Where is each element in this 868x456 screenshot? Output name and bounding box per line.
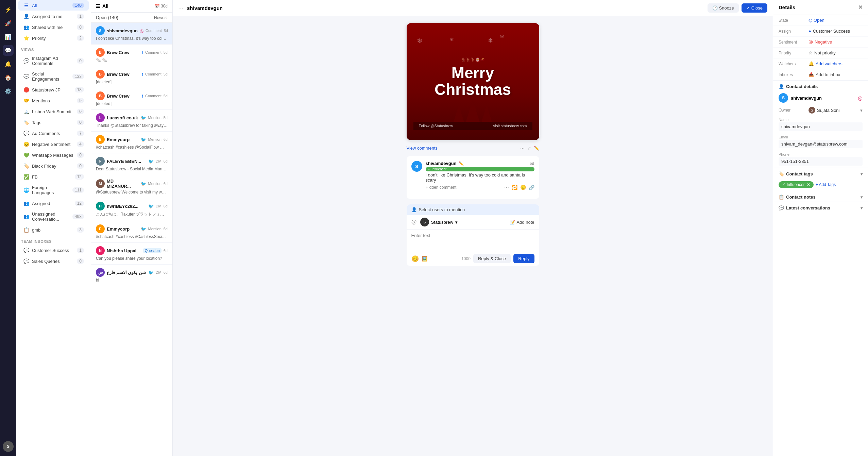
sidebar-item-ad-comments[interactable]: 💬 Ad Comments 7 bbox=[18, 128, 89, 138]
sidebar-item-lisbon[interactable]: 🏔️ Lisbon Web Summit 0 bbox=[18, 106, 89, 117]
details-sentiment-row: Sentiment ☹ Negative bbox=[773, 37, 868, 48]
user-avatar[interactable]: S bbox=[3, 441, 14, 452]
contact-notes-section[interactable]: 📋 Contact notes ▾ bbox=[773, 191, 868, 202]
sidebar-item-negative-sentiment[interactable]: 😠 Negative Sentiment 4 bbox=[18, 139, 89, 149]
reply-button[interactable]: Reply bbox=[513, 254, 534, 263]
nav-home[interactable]: 🚀 bbox=[3, 18, 14, 29]
sidebar-item-shared[interactable]: 👥 Shared with me 0 bbox=[18, 22, 89, 32]
conv-preview: [deleted] bbox=[96, 101, 168, 106]
tag-check-icon: ✓ bbox=[782, 182, 785, 187]
assign-value[interactable]: ● Customer Success bbox=[809, 29, 863, 34]
nav-publish[interactable]: 🏠 bbox=[3, 72, 14, 83]
email-field-value[interactable]: shivam_devgan@statusbrew.com bbox=[779, 140, 863, 148]
sidebar-item-assigned[interactable]: 👥 Assigned 12 bbox=[18, 198, 89, 208]
sidebar-item-gmb[interactable]: 📋 gmb 3 bbox=[18, 225, 89, 235]
comment-more-icon[interactable]: ⋯ bbox=[504, 185, 509, 190]
details-close-icon[interactable]: ✕ bbox=[858, 4, 863, 11]
latest-conv-chevron-icon: ▾ bbox=[861, 206, 863, 210]
reply-user-selector[interactable]: S Statusbrew ▾ bbox=[420, 218, 458, 226]
phone-field-value[interactable]: 951-151-3351 bbox=[779, 157, 863, 166]
conv-preview: #chatcash #cashless #CashlessSociety... bbox=[96, 234, 168, 239]
conv-platform: Mention bbox=[148, 116, 161, 120]
edit-comment-icon[interactable]: ✏️ bbox=[459, 161, 464, 166]
inboxes-value[interactable]: 📥 Add to inbox bbox=[809, 72, 863, 77]
open-count[interactable]: Open (140) bbox=[96, 15, 118, 20]
sidebar-item-mentions[interactable]: 🤝 Mentions 9 bbox=[18, 96, 89, 106]
ad-comments-icon: 💬 bbox=[23, 131, 29, 136]
conv-item-6[interactable]: F FALEYE EBEN... 🐦 DM 6d Dear Statusbrew… bbox=[91, 153, 172, 175]
link-icon[interactable]: 🔗 bbox=[529, 185, 534, 190]
hamburger-icon[interactable]: ☰ bbox=[96, 3, 100, 9]
conv-item-11[interactable]: ش شن يكون الاسم فارغ 🐦 DM 6d hi bbox=[91, 265, 172, 286]
sort-button[interactable]: Newest bbox=[154, 15, 168, 20]
conv-item-7[interactable]: M MD MIZANUR... 🐦 Mention 6d @Statusbrew… bbox=[91, 175, 172, 198]
sidebar-item-social-eng[interactable]: 💬 Social Engagements 133 bbox=[18, 69, 89, 84]
watchers-value[interactable]: 🔔 Add watchers bbox=[809, 61, 863, 66]
conv-time: 6d bbox=[164, 182, 168, 186]
sidebar-item-whatsapp[interactable]: 💚 Whatsapp Messages 0 bbox=[18, 150, 89, 160]
conv-item-5[interactable]: E Emmycorp 🐦 Mention 6d #chatcash #cashl… bbox=[91, 132, 172, 153]
sidebar-item-all[interactable]: ☰ All 140 bbox=[18, 0, 89, 11]
conv-item-9[interactable]: E Emmycorp 🐦 Mention 6d #chatcash #cashl… bbox=[91, 221, 172, 243]
contact-instagram-icon[interactable]: ◎ bbox=[858, 95, 863, 101]
add-note-button[interactable]: 📝 Add note bbox=[510, 220, 534, 225]
add-tag-button[interactable]: + Add Tags bbox=[816, 182, 836, 187]
reply-and-close-button[interactable]: Reply & Close bbox=[473, 254, 511, 263]
sentiment-icon: ☹ bbox=[809, 39, 813, 45]
reply-text-input[interactable] bbox=[407, 230, 539, 250]
nav-settings[interactable]: ⚙️ bbox=[3, 86, 14, 97]
sentiment-value[interactable]: ☹ Negative bbox=[809, 39, 863, 45]
conv-preview: Can you please share your location? bbox=[96, 256, 168, 261]
sidebar-count: 0 bbox=[77, 58, 84, 64]
sidebar-item-ig-ad[interactable]: 💬 Instagram Ad Comments 0 bbox=[18, 53, 89, 68]
gif-icon[interactable]: 🖼️ bbox=[422, 256, 427, 261]
tag-remove-icon[interactable]: ✕ bbox=[807, 182, 810, 187]
sidebar-count: 18 bbox=[75, 87, 84, 92]
conv-item-10[interactable]: N Nishtha Uppal Question 6d Can you plea… bbox=[91, 243, 172, 265]
expand-icon[interactable]: ⤢ bbox=[527, 146, 531, 151]
sidebar-count: 0 bbox=[77, 163, 84, 169]
conv-preview: hi bbox=[96, 278, 168, 283]
nav-inbox[interactable]: 💬 bbox=[3, 45, 14, 56]
conv-item-3[interactable]: B Brew.Crew f Comment 5d [deleted] bbox=[91, 88, 172, 110]
contact-tags-section[interactable]: 🏷️ Contact tags ▾ bbox=[773, 168, 868, 179]
latest-conversations-section[interactable]: 💬 Latest conversations ▾ bbox=[773, 202, 868, 213]
sidebar-item-unassigned[interactable]: 👥 Unassigned Conversatio... 498 bbox=[18, 209, 89, 224]
sidebar-item-black-friday[interactable]: 🏷️ Black Friday 0 bbox=[18, 161, 89, 171]
conv-preview: Thanks @Statusbrew for taking away al... bbox=[96, 123, 168, 128]
sidebar-item-statusbrew-jp[interactable]: 🔴 Statusbrew JP 18 bbox=[18, 85, 89, 95]
conv-item-4[interactable]: L Lucasoft co.uk 🐦 Mention 5d Thanks @St… bbox=[91, 110, 172, 132]
sidebar-item-foreign-lang[interactable]: 🌐 Foreign Languages 111 bbox=[18, 183, 89, 198]
sidebar-item-priority[interactable]: ⭐ Priority 2 bbox=[18, 33, 89, 43]
sidebar-item-sales-queries[interactable]: 💬 Sales Queries 0 bbox=[18, 256, 89, 266]
sidebar-item-customer-success[interactable]: 💬 Customer Success 1 bbox=[18, 245, 89, 255]
nav-notifications[interactable]: 🔔 bbox=[3, 58, 14, 69]
more-options-icon[interactable]: ⋯ bbox=[178, 5, 184, 11]
emoji-picker-icon[interactable]: 😊 bbox=[411, 255, 419, 263]
sidebar-label: gmb bbox=[32, 227, 74, 233]
priority-value[interactable]: ☆ Not priority bbox=[809, 50, 863, 55]
time-filter[interactable]: 📅 30d bbox=[155, 4, 168, 9]
state-value[interactable]: ◎ Open bbox=[809, 18, 863, 23]
nav-logo[interactable]: ⚡ bbox=[3, 4, 14, 15]
edit-icon[interactable]: ✏️ bbox=[534, 146, 539, 151]
conv-item-8[interactable]: H hwrIBEYc292... 🐦 DM 6d こんにちは、Rakutenプラ… bbox=[91, 198, 172, 221]
at-icon[interactable]: @ bbox=[411, 219, 417, 225]
conv-item-0[interactable]: S shivamdevgun ◎ Comment 5d I don't like… bbox=[91, 23, 172, 45]
emoji-react-icon[interactable]: 😐 bbox=[520, 185, 526, 190]
retweet-icon[interactable]: 🔁 bbox=[512, 185, 517, 190]
more-options-icon[interactable]: ⋯ bbox=[520, 146, 525, 151]
owner-value[interactable]: S Sujata Soni ▾ bbox=[809, 107, 863, 114]
close-button[interactable]: ✓ Close bbox=[742, 3, 767, 13]
sidebar-item-tags[interactable]: 🏷️ Tags 0 bbox=[18, 117, 89, 128]
conv-item-1[interactable]: B Brew.Crew f Comment 5d 🗞️ 🗞️ bbox=[91, 45, 172, 66]
view-comments-link[interactable]: View comments bbox=[407, 146, 438, 151]
snooze-button[interactable]: 🕐 Snooze bbox=[708, 3, 739, 13]
conv-avatar: B bbox=[96, 91, 105, 100]
nav-reports[interactable]: 📊 bbox=[3, 31, 14, 42]
conv-time: 6d bbox=[164, 227, 168, 231]
sidebar-item-fb[interactable]: ✅ FB 12 bbox=[18, 172, 89, 182]
sidebar-item-assigned-to-me[interactable]: 👤 Assigned to me 1 bbox=[18, 11, 89, 21]
conv-item-2[interactable]: B Brew.Crew f Comment 5d [deleted] bbox=[91, 66, 172, 88]
name-field-value[interactable]: shivamdevgun bbox=[779, 122, 863, 131]
